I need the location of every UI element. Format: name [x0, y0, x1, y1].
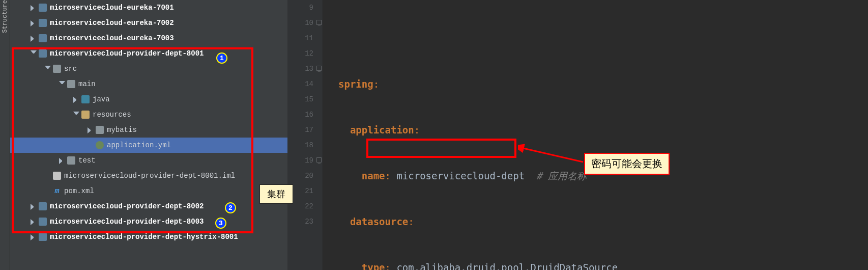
chevron-right-icon: [31, 5, 37, 11]
tree-item-iml[interactable]: microservicecloud-provider-dept-8001.iml: [10, 168, 287, 183]
annotation-badge-1: 1: [216, 52, 227, 64]
tree-item-application-yml[interactable]: application.yml: [10, 138, 287, 153]
chevron-right-icon: [59, 158, 65, 164]
module-icon: [39, 202, 47, 210]
password-note: 密码可能会更换: [584, 153, 670, 175]
fold-icon[interactable]: [316, 157, 322, 163]
fold-icon[interactable]: [316, 20, 322, 25]
gutter-line: 17: [287, 122, 323, 138]
chevron-right-icon: [31, 204, 37, 210]
folder-icon: [67, 80, 75, 88]
code-editor[interactable]: spring: application: name: microservicec…: [323, 0, 868, 270]
code-line[interactable]: datasource:: [338, 214, 868, 229]
module-icon: [39, 218, 47, 226]
annotation-badge-2: 2: [225, 202, 236, 213]
folder-icon: [96, 126, 104, 134]
tree-item-module-dept-8001[interactable]: microservicecloud-provider-dept-8001: [10, 46, 287, 61]
editor-gutter: 9 10 11 12 13 14 15 16 17 18 19 20 21 22…: [287, 0, 323, 270]
code-line[interactable]: [338, 31, 868, 46]
gutter-line: 14: [287, 76, 323, 92]
gutter-line: 12: [287, 46, 323, 61]
chevron-down-icon: [31, 50, 37, 57]
tree-item-module-dept-8002[interactable]: microservicecloud-provider-dept-8002: [10, 199, 287, 214]
gutter-line: 11: [287, 31, 323, 46]
code-line[interactable]: spring:: [338, 76, 868, 92]
project-tree[interactable]: microservicecloud-eureka-7001 microservi…: [10, 0, 287, 270]
chevron-down-icon: [45, 66, 51, 72]
spring-config-icon: [96, 141, 104, 149]
svg-line-2: [521, 148, 583, 162]
chevron-down-icon: [59, 81, 65, 87]
tree-item-module-dept-8003[interactable]: microservicecloud-provider-dept-8003: [10, 214, 287, 229]
tree-item-module-eureka-7003[interactable]: microservicecloud-eureka-7003: [10, 31, 287, 46]
gutter-line: 20: [287, 168, 323, 183]
chevron-right-icon: [73, 97, 79, 103]
fold-icon[interactable]: [316, 66, 322, 71]
gutter-line: 16: [287, 107, 323, 122]
module-icon: [39, 4, 47, 12]
code-line[interactable]: type: com.alibaba.druid.pool.DruidDataSo…: [338, 260, 868, 270]
folder-icon: [53, 65, 61, 73]
chevron-right-icon: [31, 219, 37, 225]
folder-icon: [67, 156, 75, 165]
tree-item-module-eureka-7002[interactable]: microservicecloud-eureka-7002: [10, 15, 287, 31]
module-icon: [39, 49, 47, 58]
tree-item-mybatis[interactable]: mybatis: [10, 122, 287, 138]
chevron-right-icon: [31, 20, 37, 26]
tree-item-resources[interactable]: resources: [10, 107, 287, 122]
chevron-right-icon: [31, 234, 37, 240]
resources-folder-icon: [81, 111, 90, 119]
tree-item-module-eureka-7001[interactable]: microservicecloud-eureka-7001: [10, 0, 287, 15]
gutter-line: 9: [287, 0, 323, 15]
file-icon: [53, 172, 61, 180]
tree-item-module-hystrix-8001[interactable]: microservicecloud-provider-dept-hystrix-…: [10, 229, 287, 245]
code-line[interactable]: application:: [338, 122, 868, 138]
chevron-right-icon: [31, 36, 37, 42]
structure-sidebar[interactable]: Structure: [0, 0, 10, 270]
gutter-line: 15: [287, 92, 323, 107]
maven-icon: m: [53, 187, 61, 196]
tree-item-pom[interactable]: m pom.xml: [10, 183, 287, 199]
tree-item-main[interactable]: main: [10, 76, 287, 92]
gutter-line: 18: [287, 138, 323, 153]
gutter-line: 13: [287, 61, 323, 76]
module-icon: [39, 233, 47, 241]
tree-item-src[interactable]: src: [10, 61, 287, 76]
source-folder-icon: [81, 95, 90, 103]
cluster-label: 集群: [259, 184, 293, 204]
gutter-line: 19: [287, 153, 323, 168]
structure-label: Structure: [2, 0, 9, 36]
chevron-down-icon: [73, 112, 79, 118]
gutter-line: 23: [287, 214, 323, 229]
gutter-line: 10: [287, 15, 323, 31]
tree-item-test[interactable]: test: [10, 153, 287, 168]
module-icon: [39, 34, 47, 42]
annotation-badge-3: 3: [215, 218, 226, 229]
chevron-right-icon: [88, 127, 94, 133]
annotation-arrow-icon: [518, 144, 584, 169]
module-icon: [39, 19, 47, 27]
tree-item-java[interactable]: java: [10, 92, 287, 107]
